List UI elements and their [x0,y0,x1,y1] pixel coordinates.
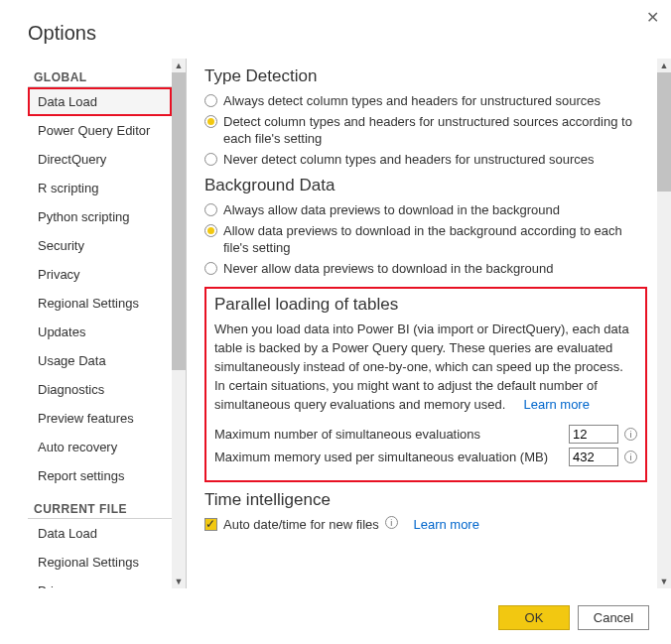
scroll-up-icon[interactable]: ▲ [175,59,184,72]
info-icon[interactable]: i [385,516,398,529]
sidebar-item-usage-data[interactable]: Usage Data [28,346,172,375]
dialog-title: Options [0,0,671,59]
sidebar-item-data-load[interactable]: Data Load [28,87,172,116]
radio-label: Always detect column types and headers f… [223,92,601,110]
parallel-learn-more-link[interactable]: Learn more [523,397,589,412]
scrollbar-thumb[interactable] [172,72,186,370]
sidebar-item-security[interactable]: Security [28,231,172,260]
field-max-memory: Maximum memory used per simultaneous eva… [214,448,637,466]
sidebar-item-cf-privacy[interactable]: Privacy [28,577,172,588]
checkbox-icon [204,518,217,531]
radio-label: Always allow data previews to download i… [223,201,560,219]
main-area: GLOBAL Data Load Power Query Editor Dire… [0,59,671,588]
content-scrollbar[interactable]: ▲ ▼ [657,59,671,588]
heading-parallel-loading: Parallel loading of tables [214,295,637,315]
ok-button[interactable]: OK [498,605,570,630]
radio-icon [204,94,217,107]
max-memory-input[interactable] [569,448,618,466]
sidebar-item-diagnostics[interactable]: Diagnostics [28,375,172,404]
sidebar-item-auto-recovery[interactable]: Auto recovery [28,433,172,461]
radio-label: Detect column types and headers for unst… [223,113,647,148]
field-label: Maximum number of simultaneous evaluatio… [214,427,563,442]
radio-bg-never[interactable]: Never allow data previews to download in… [204,260,647,278]
sidebar-scrollbar[interactable]: ▲ ▼ [172,59,186,588]
heading-type-detection: Type Detection [204,66,647,86]
scroll-down-icon[interactable]: ▼ [660,575,669,588]
sidebar-item-r-scripting[interactable]: R scripting [28,174,172,202]
sidebar-item-cf-regional-settings[interactable]: Regional Settings [28,548,172,577]
sidebar-item-directquery[interactable]: DirectQuery [28,145,172,174]
scrollbar-thumb[interactable] [657,72,671,192]
radio-type-always[interactable]: Always detect column types and headers f… [204,92,647,110]
radio-type-file-setting[interactable]: Detect column types and headers for unst… [204,113,647,148]
radio-icon [204,224,217,237]
sidebar-item-regional-settings[interactable]: Regional Settings [28,289,172,318]
radio-label: Never detect column types and headers fo… [223,151,595,169]
info-icon[interactable]: i [624,451,637,463]
checkbox-label: Auto date/time for new files [223,516,379,534]
sidebar-header-global: GLOBAL [28,64,172,87]
sidebar-item-preview-features[interactable]: Preview features [28,404,172,433]
radio-bg-file-setting[interactable]: Allow data previews to download in the b… [204,222,647,257]
radio-icon [204,262,217,275]
heading-time-intelligence: Time intelligence [204,490,647,510]
heading-background-data: Background Data [204,176,647,195]
parallel-loading-section: Parallel loading of tables When you load… [204,287,647,481]
sidebar-item-cf-data-load[interactable]: Data Load [28,519,172,548]
max-evaluations-input[interactable] [569,425,618,444]
scroll-up-icon[interactable]: ▲ [660,59,669,72]
sidebar-item-power-query-editor[interactable]: Power Query Editor [28,116,172,145]
dialog-footer: OK Cancel [498,605,649,630]
scroll-down-icon[interactable]: ▼ [175,575,184,588]
radio-icon [204,203,217,216]
sidebar-item-privacy[interactable]: Privacy [28,260,172,289]
cancel-button[interactable]: Cancel [578,605,649,630]
sidebar: GLOBAL Data Load Power Query Editor Dire… [28,59,187,588]
radio-icon [204,153,217,166]
field-label: Maximum memory used per simultaneous eva… [214,450,563,464]
info-icon[interactable]: i [624,428,637,441]
field-max-evaluations: Maximum number of simultaneous evaluatio… [214,425,637,444]
checkbox-auto-datetime[interactable]: Auto date/time for new files i Learn mor… [204,516,647,534]
content-pane: Type Detection Always detect column type… [187,59,671,588]
sidebar-item-python-scripting[interactable]: Python scripting [28,202,172,231]
sidebar-header-current-file: CURRENT FILE [28,496,172,519]
radio-type-never[interactable]: Never detect column types and headers fo… [204,151,647,169]
parallel-description: When you load data into Power BI (via im… [214,321,637,414]
radio-label: Never allow data previews to download in… [223,260,553,278]
radio-label: Allow data previews to download in the b… [223,222,647,257]
time-intel-learn-more-link[interactable]: Learn more [413,516,478,534]
close-icon[interactable]: ✕ [646,8,659,27]
radio-bg-always[interactable]: Always allow data previews to download i… [204,201,647,219]
sidebar-item-report-settings[interactable]: Report settings [28,461,172,490]
radio-icon [204,115,217,128]
sidebar-item-updates[interactable]: Updates [28,318,172,346]
